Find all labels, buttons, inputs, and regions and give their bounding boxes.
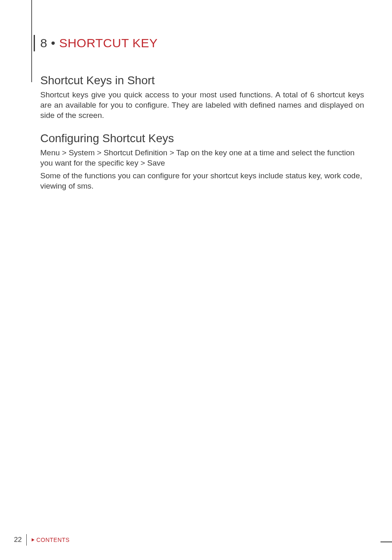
contents-link[interactable]: CONTENTS xyxy=(32,537,69,543)
body-paragraph: Some of the functions you can configure … xyxy=(40,171,364,191)
section: Configuring Shortcut Keys Menu > System … xyxy=(40,132,364,191)
left-margin-rule xyxy=(31,0,32,82)
right-margin-tick xyxy=(380,542,392,542)
triangle-right-icon xyxy=(32,538,35,542)
contents-label: CONTENTS xyxy=(36,537,69,543)
chapter-number: 8 xyxy=(40,36,47,50)
section-heading: Shortcut Keys in Short xyxy=(40,74,364,87)
page-footer: 22 CONTENTS xyxy=(14,534,69,546)
chapter-name: SHORTCUT KEY xyxy=(59,36,158,50)
chapter-title-bar xyxy=(34,35,35,51)
chapter-title: 8 • SHORTCUT KEY xyxy=(40,36,158,50)
footer-divider xyxy=(26,534,27,546)
body-paragraph: Shortcut keys give you quick access to y… xyxy=(40,90,364,120)
section: Shortcut Keys in Short Shortcut keys giv… xyxy=(40,74,364,120)
content-area: Shortcut Keys in Short Shortcut keys giv… xyxy=(40,74,364,203)
section-heading: Configuring Shortcut Keys xyxy=(40,132,364,145)
chapter-separator: • xyxy=(47,36,59,50)
page-number: 22 xyxy=(14,536,26,544)
body-paragraph: Menu > System > Shortcut Definition > Ta… xyxy=(40,147,364,168)
